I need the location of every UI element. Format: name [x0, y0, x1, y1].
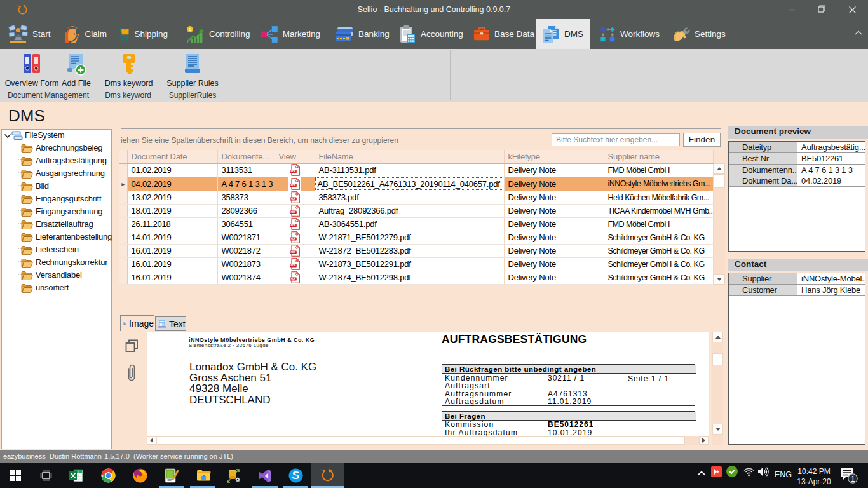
svg-text:PDF: PDF: [290, 264, 295, 267]
svg-text:PDF: PDF: [290, 250, 295, 254]
svg-text:PDF: PDF: [290, 197, 295, 200]
svg-text:1: 1: [189, 27, 192, 32]
svg-text:PDF: PDF: [290, 224, 295, 227]
svg-text:1: 1: [851, 475, 855, 484]
svg-text:PDF: PDF: [290, 277, 295, 280]
svg-text:PDF: PDF: [290, 210, 295, 214]
svg-text:PDF: PDF: [290, 184, 295, 187]
svg-text:PDF: PDF: [290, 237, 295, 240]
svg-text:PDF: PDF: [290, 170, 295, 173]
